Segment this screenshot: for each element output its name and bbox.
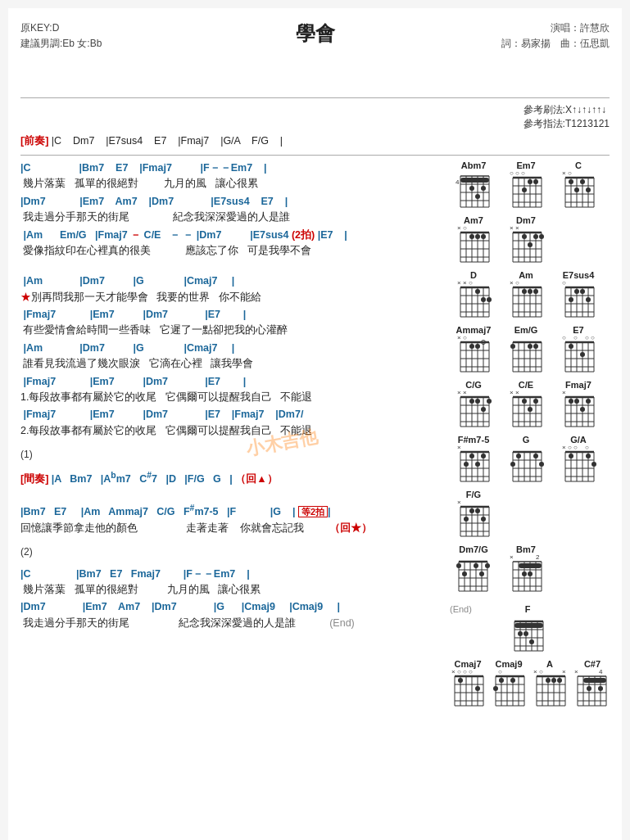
svg-point-258 <box>533 454 538 458</box>
svg-point-130 <box>580 289 585 294</box>
end-label: (End) <box>450 604 499 621</box>
svg-point-209 <box>522 399 527 404</box>
svg-text:○: ○ <box>498 670 502 675</box>
interlude-line: [間奏] |A Bm7 |Abm7 C#7 |D |F/G G | （回▲） <box>20 469 443 488</box>
svg-point-387 <box>551 678 556 683</box>
svg-point-290 <box>469 508 474 513</box>
chord-a: A × ○ × <box>532 659 568 707</box>
svg-rect-322 <box>519 563 542 568</box>
chord-line-9: |Bm7 E7 |Am Ammaj7 C/G F#m7-5 |F |G | 等2… <box>20 502 443 521</box>
svg-point-177 <box>569 344 573 349</box>
equal2-label: 等2拍 <box>298 506 328 517</box>
svg-point-30 <box>528 179 533 184</box>
chord-row-5: C/G × × <box>450 380 610 428</box>
chord-line-8: |Fmaj7 |Em7 |Dm7 |E7 |Fmaj7 |Dm7/ <box>20 407 443 422</box>
svg-point-256 <box>539 462 544 467</box>
num-1-label: (1) <box>20 447 443 463</box>
meta-right: 演唱：許慧欣 詞：易家揚 曲：伍思凱 <box>501 20 610 52</box>
lyric-line-11: 我走過分手那天的街尾 紀念我深深愛過的人是誰 (End) <box>20 616 443 631</box>
chord-f-name: F <box>525 604 531 614</box>
svg-text:○: ○ <box>463 226 467 232</box>
chord-dm7g: Dm7/G <box>450 544 497 596</box>
svg-text:4: 4 <box>456 178 460 186</box>
svg-text:×: × <box>510 281 514 287</box>
svg-point-369 <box>493 686 498 691</box>
svg-point-129 <box>574 289 579 294</box>
svg-text:×: × <box>574 670 578 675</box>
chord-line-4: |Am |Dm7 |G |Cmaj7 | <box>20 273 443 289</box>
svg-point-31 <box>533 179 538 184</box>
chord-d: D × × ○ <box>450 270 497 318</box>
svg-rect-12 <box>460 178 489 183</box>
svg-text:○: ○ <box>469 281 473 287</box>
chord-d-name: D <box>470 270 477 280</box>
svg-point-323 <box>522 571 527 576</box>
svg-point-211 <box>533 399 538 404</box>
interlude-chords: |A Bm7 |Abm7 C#7 |D |F/G G | <box>52 473 235 485</box>
svg-point-114 <box>528 289 533 294</box>
chord-cmaj9-name: Cmaj9 <box>495 659 522 669</box>
svg-point-292 <box>481 517 486 522</box>
chord-bm7: Bm7 × 2 <box>502 544 550 598</box>
prelude-chords: |C Dm7 |E7sus4 E7 |Fmaj7 |G/A F/G | <box>52 135 283 147</box>
svg-point-160 <box>528 344 533 349</box>
svg-text:○: ○ <box>521 171 525 177</box>
chord-em7-top: Em7 ○ ○ ○ <box>502 160 550 209</box>
meta-left: 原KEY:D 建議男調:Eb 女:Bb <box>20 20 102 52</box>
svg-point-97 <box>475 289 480 294</box>
svg-point-47 <box>580 179 585 184</box>
lyric-line-5: 有些愛情會給時間一些香味 它遲了一點卻把我的心灌醉 <box>20 323 443 338</box>
chord-em7-top-name: Em7 <box>516 160 535 170</box>
svg-text:×: × <box>457 226 461 232</box>
svg-text:○: ○ <box>573 445 578 451</box>
chord-ce-name: C/E <box>519 380 533 390</box>
lyric-line-7: 1.每段故事都有屬於它的收尾 它偶爾可以提醒我自己 不能退 <box>20 390 443 405</box>
chord-ammaj7: Ammaj7 × ○ <box>450 325 497 373</box>
chord-row-2: Am7 × ○ <box>450 215 610 264</box>
prelude-label: [前奏] <box>20 135 48 147</box>
svg-point-404 <box>598 686 603 691</box>
lyric-line-4: ★別再問我那一天才能學會 我要的世界 你不能給 <box>20 290 443 305</box>
svg-point-13 <box>469 186 474 191</box>
svg-point-339 <box>529 639 534 644</box>
svg-point-243 <box>481 454 486 458</box>
chord-dm7-name: Dm7 <box>516 215 536 225</box>
svg-point-305 <box>462 571 467 576</box>
svg-point-386 <box>546 678 551 683</box>
svg-point-306 <box>474 563 478 568</box>
chord-csharp7: C#7 × 4 <box>573 659 612 707</box>
chord-ga: G/A × ○ ○ ○ <box>555 435 602 483</box>
svg-point-113 <box>522 289 527 294</box>
svg-point-289 <box>464 517 469 522</box>
svg-point-324 <box>528 571 533 576</box>
svg-point-355 <box>458 678 463 683</box>
svg-text:4: 4 <box>599 670 603 675</box>
svg-point-81 <box>533 234 538 239</box>
chord-am7-name: Am7 <box>464 215 483 225</box>
svg-text:×: × <box>451 670 456 675</box>
chord-cmaj7-bot-name: Cmaj7 <box>454 659 481 669</box>
svg-text:○: ○ <box>539 670 543 675</box>
key-label: 原KEY:D <box>20 20 102 36</box>
svg-point-65 <box>481 234 486 239</box>
svg-point-274 <box>569 454 573 458</box>
chord-abm7: Abm7 4 <box>450 160 497 209</box>
svg-text:○: ○ <box>515 171 519 177</box>
svg-point-99 <box>487 297 492 302</box>
divider-2 <box>20 155 610 156</box>
lyric-line-2: 我走過分手那天的街尾 紀念我深深愛過的人是誰 <box>20 210 443 225</box>
chord-line-11: |Dm7 |Em7 Am7 |Dm7 |G |Cmaj9 |Cmaj9 | <box>20 599 443 615</box>
chord-c-top: C ○ × <box>555 160 602 209</box>
svg-point-337 <box>518 631 523 636</box>
svg-point-131 <box>586 297 591 302</box>
chord-e7sus4: E7sus4 ○ <box>555 270 602 318</box>
chord-row-9: (End) F <box>450 604 610 653</box>
svg-point-307 <box>479 571 484 576</box>
chord-row-1: Abm7 4 <box>450 160 610 209</box>
chord-ga-name: G/A <box>570 435 587 445</box>
chord-am7: Am7 × ○ <box>450 215 497 264</box>
chord-dm7g-name: Dm7/G <box>459 544 487 554</box>
chord-ce: C/E × × <box>502 380 550 428</box>
svg-point-64 <box>475 234 480 239</box>
svg-text:×: × <box>562 445 566 451</box>
